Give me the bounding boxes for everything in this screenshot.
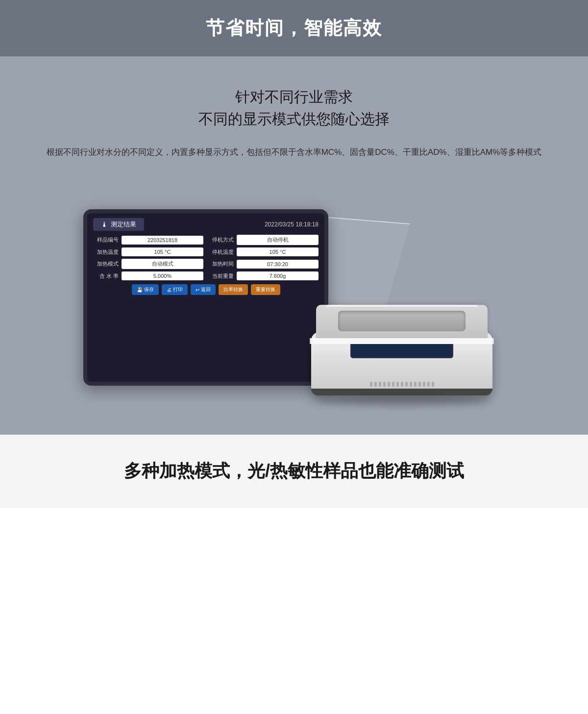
device-rim (310, 338, 494, 344)
vent-11 (414, 382, 416, 387)
value-stop-mode: 自动停机 (237, 235, 318, 245)
top-header: 节省时间，智能高效 (0, 0, 588, 56)
vent-12 (418, 382, 421, 387)
screen-row-stop-temp: 停机温度 105 °C (208, 247, 318, 256)
device-bottom-strip (311, 389, 492, 395)
btn-print[interactable]: 🖨 打印 (162, 284, 188, 295)
value-sample-id: 2203251818 (122, 236, 203, 245)
vent-1 (370, 382, 372, 387)
btn-save[interactable]: 💾 保存 (132, 284, 159, 295)
screen-action-buttons: 💾 保存 🖨 打印 ↩ 返回 比率转换 重量转换 (93, 284, 318, 295)
vent-4 (383, 382, 386, 387)
vent-9 (405, 382, 408, 387)
btn-weight-convert[interactable]: 重量转换 (251, 284, 280, 295)
main-title: 节省时间，智能高效 (0, 16, 588, 41)
screen-datetime: 2022/03/25 18:18:18 (265, 221, 318, 228)
back-icon: ↩ (196, 287, 199, 293)
btn-ratio-convert[interactable]: 比率转换 (219, 284, 248, 295)
screen-row-moisture: 含 水 率 5.000% (93, 271, 203, 280)
screen-data-grid: 样品编号 2203251818 停机方式 自动停机 加热温度 105 °C 停机… (93, 235, 318, 280)
label-stop-temp: 停机温度 (208, 248, 234, 256)
vent-8 (401, 382, 403, 387)
vent-14 (427, 382, 430, 387)
screen-row-sample-id: 样品编号 2203251818 (93, 235, 203, 245)
vent-10 (410, 382, 412, 387)
value-heat-mode: 自动模式 (122, 259, 203, 269)
device-lid (316, 305, 488, 342)
device-pan-recess (338, 311, 466, 331)
device-vents (323, 382, 480, 387)
thermometer-icon: 🌡 (101, 221, 108, 228)
value-stop-temp: 105 °C (237, 247, 318, 256)
label-heat-time: 加热时间 (208, 260, 234, 268)
vent-13 (423, 382, 425, 387)
btn-back[interactable]: ↩ 返回 (191, 284, 216, 295)
physical-device (299, 258, 505, 405)
description-text: 根据不同行业对水分的不同定义，内置多种显示方式，包括但不限于含水率MC%、固含量… (20, 145, 568, 160)
screen-row-heat-temp: 加热温度 105 °C (93, 247, 203, 256)
main-section: 针对不同行业需求 不同的显示模式供您随心选择 根据不同行业对水分的不同定义，内置… (0, 56, 588, 435)
label-stop-mode: 停机方式 (208, 236, 234, 244)
screen-title-button: 🌡 测定结果 (93, 218, 144, 231)
bottom-section: 多种加热模式，光/热敏性样品也能准确测试 (0, 435, 588, 508)
vent-6 (392, 382, 394, 387)
label-sample-id: 样品编号 (93, 236, 119, 244)
screen-row-heat-mode: 加热模式 自动模式 (93, 259, 203, 269)
device-showcase: 🌡 测定结果 2022/03/25 18:18:18 样品编号 22032518… (20, 185, 568, 405)
label-weight: 当前重量 (208, 272, 234, 280)
device-lid-highlight (326, 305, 478, 307)
label-moisture: 含 水 率 (93, 272, 119, 280)
screen-header: 🌡 测定结果 2022/03/25 18:18:18 (93, 218, 318, 231)
device-shadow (314, 395, 490, 405)
vent-3 (379, 382, 381, 387)
vent-2 (374, 382, 377, 387)
vent-7 (396, 382, 399, 387)
screen-title: 测定结果 (111, 220, 136, 229)
save-icon: 💾 (137, 287, 143, 293)
value-heat-temp: 105 °C (122, 247, 203, 256)
vent-15 (432, 382, 434, 387)
subtitle-block: 针对不同行业需求 不同的显示模式供您随心选择 (20, 86, 568, 130)
subtitle-line1: 针对不同行业需求 不同的显示模式供您随心选择 (20, 86, 568, 130)
tablet-screen: 🌡 测定结果 2022/03/25 18:18:18 样品编号 22032518… (87, 213, 324, 382)
screen-row-stop-mode: 停机方式 自动停机 (208, 235, 318, 245)
bottom-title: 多种加热模式，光/热敏性样品也能准确测试 (29, 459, 559, 483)
label-heat-temp: 加热温度 (93, 248, 119, 256)
value-moisture: 5.000% (122, 271, 203, 280)
vent-5 (388, 382, 390, 387)
print-icon: 🖨 (167, 287, 172, 293)
label-heat-mode: 加热模式 (93, 260, 119, 268)
tablet-mockup: 🌡 测定结果 2022/03/25 18:18:18 样品编号 22032518… (83, 209, 328, 386)
